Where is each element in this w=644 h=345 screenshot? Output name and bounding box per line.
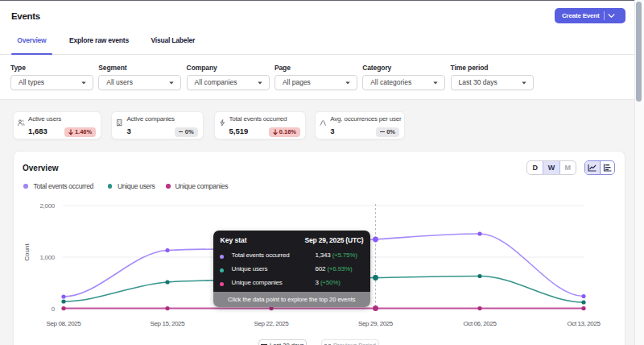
svg-text:Oct 13, 2025: Oct 13, 2025 — [567, 320, 601, 327]
svg-text:Sep 22, 2025: Sep 22, 2025 — [254, 320, 290, 327]
svg-text:Sep 08, 2025: Sep 08, 2025 — [47, 320, 82, 327]
svg-text:Count: Count — [23, 243, 31, 261]
svg-text:1,000: 1,000 — [39, 254, 55, 261]
svg-text:Oct 06, 2025: Oct 06, 2025 — [463, 320, 497, 327]
svg-text:Sep 29, 2025: Sep 29, 2025 — [358, 320, 394, 327]
svg-text:0: 0 — [52, 306, 56, 313]
svg-text:2,000: 2,000 — [39, 202, 55, 210]
svg-text:Sep 15, 2025: Sep 15, 2025 — [151, 320, 186, 327]
